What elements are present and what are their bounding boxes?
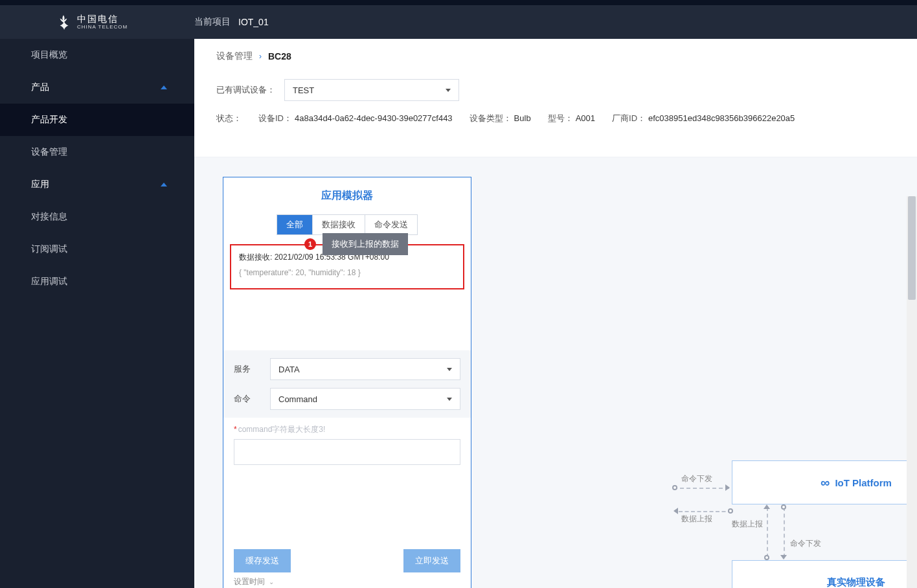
- infinity-icon: ∞: [821, 475, 830, 490]
- command-note: *command字符最大长度3!: [223, 418, 471, 439]
- debugged-device-select[interactable]: TEST: [284, 79, 459, 101]
- breadcrumb: 设备管理 › BC28: [216, 51, 895, 62]
- service-label: 服务: [234, 363, 270, 375]
- label-cmd-down-2: 命令下发: [790, 538, 821, 549]
- dash-line: [784, 507, 785, 558]
- sidebar-group-product[interactable]: 产品: [0, 71, 194, 104]
- log-entry-body: { "temperature": 20, "humidity": 18 }: [239, 268, 455, 277]
- connector-dot-icon: [764, 555, 769, 560]
- debugged-device-label: 已有调试设备：: [216, 84, 275, 96]
- set-time-link[interactable]: 设置时间 ⌄: [223, 576, 471, 588]
- simulator-title: 应用模拟器: [223, 177, 471, 212]
- breadcrumb-bar: 设备管理 › BC28 已有调试设备： TEST 状态： 设备ID：4a8a34…: [194, 39, 917, 157]
- project-label: 当前项目: [194, 16, 231, 28]
- arrow-right-icon: [725, 484, 730, 491]
- topbar: 中国电信 CHINA TELECOM 当前项目 IOT_01: [0, 5, 917, 39]
- workspace: 应用模拟器 全部 数据接收 命令发送 数据接收: 2021/02/09 16:5…: [194, 157, 917, 588]
- sidebar-item-label: 产品: [31, 82, 49, 93]
- chevron-down-icon: ⌄: [269, 578, 274, 585]
- chevron-up-icon: [161, 183, 167, 187]
- command-label: 命令: [234, 393, 270, 405]
- sidebar-item-device-mgmt[interactable]: 设备管理: [0, 136, 194, 168]
- arrow-down-icon: [780, 555, 787, 560]
- dash-line: [767, 507, 768, 558]
- connector-dot-icon: [728, 508, 733, 514]
- arrow-left-icon: [674, 508, 678, 514]
- device-id-value: 4a8a34d4-0a62-4dec-9430-39e0277cf443: [295, 113, 453, 123]
- annotation-callout: 1 接收到上报的数据: [304, 233, 408, 255]
- select-value: TEST: [293, 85, 314, 95]
- label-data-up-2: 数据上报: [732, 519, 763, 530]
- service-select[interactable]: DATA: [270, 358, 460, 380]
- simulator-tabs: 全部 数据接收 命令发送: [277, 214, 418, 235]
- chevron-right-icon: ›: [259, 52, 262, 61]
- iot-platform-box: ∞ IoT Platform: [732, 460, 917, 504]
- sidebar-item-overview[interactable]: 项目概览: [0, 39, 194, 71]
- model-label: 型号：: [548, 113, 573, 123]
- telecom-logo-icon: [55, 14, 72, 30]
- label-data-up: 数据上报: [681, 514, 712, 525]
- chevron-down-icon: [446, 89, 451, 92]
- tab-data-recv[interactable]: 数据接收: [313, 215, 365, 234]
- device-label: 真实物理设备: [827, 576, 885, 589]
- sidebar-item-product-dev[interactable]: 产品开发: [0, 104, 194, 136]
- breadcrumb-root[interactable]: 设备管理: [216, 51, 253, 62]
- sidebar-item-label: 对接信息: [31, 211, 67, 223]
- dash-line: [679, 511, 732, 512]
- annotation-number-badge: 1: [304, 238, 316, 250]
- sidebar-item-app-debug[interactable]: 应用调试: [0, 266, 194, 298]
- model-value: A001: [576, 113, 595, 123]
- main-content: 设备管理 › BC28 已有调试设备： TEST 状态： 设备ID：4a8a34…: [194, 39, 917, 588]
- sidebar: 项目概览 产品 产品开发 设备管理 应用 对接信息 订阅调试 应用调试: [0, 39, 194, 588]
- brand-cn: 中国电信: [77, 14, 128, 23]
- set-time-label: 设置时间: [234, 576, 265, 587]
- device-id-label: 设备ID：: [258, 113, 292, 123]
- vendor-id-label: 厂商ID：: [612, 113, 646, 123]
- titlebar-strip: [0, 0, 917, 5]
- label-cmd-down: 命令下发: [681, 473, 712, 484]
- dash-line: [674, 488, 729, 489]
- platform-label: IoT Platform: [835, 477, 892, 488]
- scroll-thumb[interactable]: [908, 196, 916, 300]
- status-label: 状态：: [216, 113, 242, 123]
- tab-cmd-send[interactable]: 命令发送: [365, 215, 417, 234]
- architecture-diagram: 命令下发 数据上报 数据上报 命令下发 ∞: [479, 306, 917, 588]
- command-input[interactable]: [234, 439, 460, 465]
- sidebar-item-label: 应用调试: [31, 276, 67, 288]
- sidebar-item-sub-debug[interactable]: 订阅调试: [0, 233, 194, 266]
- chevron-down-icon: [447, 398, 452, 401]
- select-value: DATA: [278, 365, 300, 374]
- chevron-up-icon: [161, 85, 167, 89]
- cache-send-button[interactable]: 缓存发送: [234, 549, 291, 572]
- brand-logo: 中国电信 CHINA TELECOM: [0, 14, 194, 30]
- arrow-up-icon: [764, 504, 770, 509]
- sidebar-item-label: 订阅调试: [31, 243, 67, 255]
- chevron-down-icon: [447, 368, 452, 371]
- breadcrumb-current: BC28: [268, 51, 291, 62]
- physical-device-box: 真实物理设备: [732, 560, 917, 588]
- note-text: command字符最大长度3!: [238, 425, 326, 434]
- required-star-icon: *: [234, 425, 237, 434]
- sidebar-item-label: 产品开发: [31, 114, 67, 126]
- connector-dot-icon: [672, 485, 677, 490]
- sidebar-item-label: 应用: [31, 179, 49, 190]
- connector-dot-icon: [781, 504, 786, 510]
- tab-all[interactable]: 全部: [277, 215, 313, 234]
- device-type-value: Bulb: [514, 113, 531, 123]
- service-command-form: 服务 DATA 命令 Command: [223, 350, 471, 418]
- command-select[interactable]: Command: [270, 388, 460, 410]
- sidebar-item-label: 设备管理: [31, 146, 67, 158]
- send-now-button[interactable]: 立即发送: [403, 549, 460, 572]
- vendor-id-value: efc038951ed348c98356b396622e20a5: [648, 113, 795, 123]
- project-name: IOT_01: [238, 17, 269, 27]
- sidebar-item-dock-info[interactable]: 对接信息: [0, 201, 194, 233]
- device-type-label: 设备类型：: [470, 113, 512, 123]
- select-value: Command: [278, 394, 317, 404]
- brand-en: CHINA TELECOM: [77, 25, 128, 30]
- sidebar-group-app[interactable]: 应用: [0, 168, 194, 201]
- scrollbar[interactable]: [907, 196, 917, 588]
- sidebar-item-label: 项目概览: [31, 49, 67, 61]
- annotation-text: 接收到上报的数据: [323, 233, 408, 255]
